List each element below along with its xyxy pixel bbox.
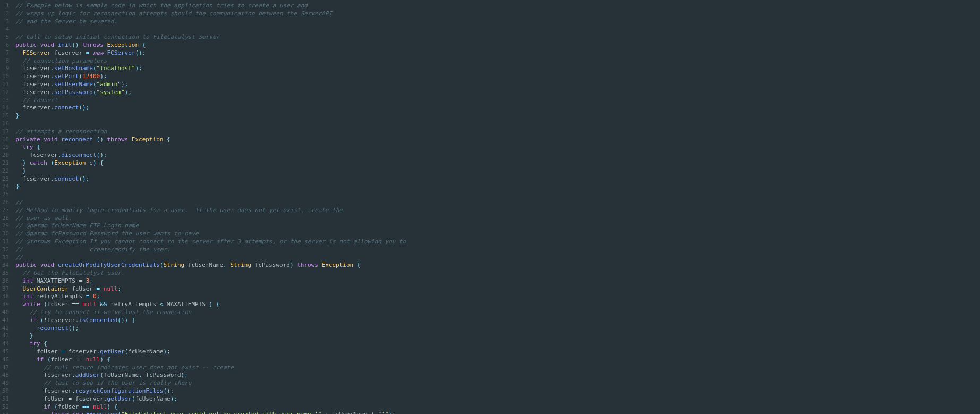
line-number: 10 — [0, 73, 11, 81]
code-line[interactable]: fcserver.setHostname("localhost"); — [15, 65, 980, 73]
line-number: 41 — [0, 317, 11, 325]
code-line[interactable]: if (!fcserver.isConnected()) { — [15, 317, 980, 325]
token-bool: null — [82, 301, 97, 308]
code-line[interactable]: // Example below is sample code in which… — [15, 2, 980, 10]
token-cmt: // user as well. — [15, 215, 72, 222]
line-number: 1 — [0, 2, 11, 10]
token-pl — [26, 159, 30, 166]
code-line[interactable]: // test to see if the user is really the… — [15, 379, 980, 387]
code-line[interactable]: } catch (Exception e) { — [15, 159, 980, 167]
code-line[interactable]: fcserver.setPort(12400); — [15, 73, 980, 81]
code-line[interactable]: } — [15, 112, 980, 120]
code-line[interactable]: reconnect(); — [15, 325, 980, 333]
code-line[interactable]: // create/modify the user. — [15, 246, 980, 254]
code-line[interactable]: try { — [15, 143, 980, 151]
code-line[interactable]: // Call to setup initial connection to F… — [15, 33, 980, 41]
code-line[interactable]: while (fcUser == null && retryAttempts <… — [15, 301, 980, 309]
code-line[interactable]: fcserver.connect(); — [15, 175, 980, 183]
line-number: 52 — [0, 403, 11, 411]
code-line[interactable]: fcserver.setUserName("admin"); — [15, 81, 980, 89]
token-fn: Exception — [86, 411, 118, 414]
code-line[interactable]: int MAXATTEMPTS = 3; — [15, 277, 980, 285]
token-ty: FCServer — [23, 49, 51, 56]
token-op: () — [97, 136, 104, 143]
code-line[interactable]: // null return indicates user does not e… — [15, 364, 980, 372]
code-line[interactable]: } — [15, 332, 980, 340]
token-pl — [37, 317, 40, 324]
code-line[interactable]: public void createOrModifyUserCredential… — [15, 261, 980, 269]
token-cmt: // attempts a reconnection — [15, 128, 107, 135]
token-pl — [212, 301, 216, 308]
code-line[interactable]: // try to connect if we've lost the conn… — [15, 309, 980, 317]
code-line[interactable]: UserContainer fcUser = null; — [15, 285, 980, 293]
code-line[interactable]: // connection parameters — [15, 57, 980, 65]
token-bool: null — [93, 403, 107, 410]
code-line[interactable]: int retryAttempts = 0; — [15, 293, 980, 301]
token-op: (); — [163, 387, 174, 394]
token-op: } — [23, 167, 27, 174]
code-line[interactable]: // @throws Exception If you cannot conne… — [15, 238, 980, 246]
code-editor[interactable]: 1234567891011121314151617181920212223242… — [0, 0, 980, 414]
code-line[interactable]: fcserver.connect(); — [15, 104, 980, 112]
code-line[interactable]: // Get the FileCatalyst user. — [15, 269, 980, 277]
code-line[interactable]: fcserver.addUser(fcUserName, fcPassword)… — [15, 371, 980, 379]
token-cmt: // — [15, 199, 22, 206]
token-kw2: new — [72, 411, 82, 414]
line-number: 14 — [0, 104, 11, 112]
token-fn: addUser — [75, 371, 100, 378]
token-op: () — [72, 41, 79, 48]
code-line[interactable]: if (fcUser == null) { — [15, 403, 980, 411]
code-line[interactable]: // attempts a reconnection — [15, 128, 980, 136]
token-fn: init — [58, 41, 72, 48]
token-op: ( — [93, 65, 97, 72]
token-pl: fcserver — [30, 151, 58, 158]
token-op: ( — [47, 356, 51, 363]
code-line[interactable]: public void init() throws Exception { — [15, 41, 980, 49]
code-area[interactable]: // Example below is sample code in which… — [15, 2, 980, 414]
token-op: ); — [135, 65, 142, 72]
line-number: 25 — [0, 191, 11, 199]
token-op: { — [114, 403, 118, 410]
token-fn: resynchConfigurationFiles — [75, 387, 164, 394]
code-line[interactable]: // and the Server be severed. — [15, 18, 980, 26]
line-number: 13 — [0, 97, 11, 105]
token-kw: void — [40, 261, 55, 268]
code-line[interactable]: fcUser = fcserver.getUser(fcUserName); — [15, 395, 980, 403]
token-pl: MAXATTEMPTS — [33, 277, 79, 284]
code-line[interactable]: FCServer fcserver = new FCServer(); — [15, 49, 980, 57]
code-line[interactable]: // @param fcUserName FTP Login name — [15, 222, 980, 230]
code-line[interactable]: private void reconnect () throws Excepti… — [15, 136, 980, 144]
code-line[interactable]: try { — [15, 340, 980, 348]
code-line[interactable]: fcUser = fcserver.getUser(fcUserName); — [15, 348, 980, 356]
line-number: 23 — [0, 175, 11, 183]
code-line[interactable]: // @param fcPassword Password the user w… — [15, 230, 980, 238]
code-line[interactable]: // Method to modify login credentials fo… — [15, 207, 980, 215]
line-number: 12 — [0, 89, 11, 97]
code-line[interactable]: fcserver.resynchConfigurationFiles(); — [15, 387, 980, 395]
token-op: } — [30, 332, 33, 339]
token-ty: Exception — [54, 159, 86, 166]
code-line[interactable]: // wraps up logic for reconnection attem… — [15, 10, 980, 18]
token-cmt: // test to see if the user is really the… — [44, 379, 191, 386]
code-line[interactable]: throw new Exception("FileCatalyst user c… — [15, 411, 980, 414]
code-line[interactable] — [15, 191, 980, 199]
code-line[interactable] — [15, 120, 980, 128]
code-line[interactable]: fcserver.disconnect(); — [15, 151, 980, 159]
token-cmt: // @throws Exception If you cannot conne… — [15, 238, 406, 245]
code-line[interactable] — [15, 26, 980, 33]
code-line[interactable]: // — [15, 254, 980, 262]
code-line[interactable]: fcserver.setPassword("system"); — [15, 89, 980, 97]
line-number: 15 — [0, 112, 11, 120]
code-line[interactable]: } — [15, 183, 980, 191]
line-number: 6 — [0, 41, 11, 49]
token-pl: fcUserName — [329, 411, 371, 414]
token-op: (); — [79, 175, 89, 182]
code-line[interactable]: // — [15, 199, 980, 207]
code-line[interactable]: // user as well. — [15, 215, 980, 223]
token-pl — [139, 41, 142, 48]
line-number: 2 — [0, 10, 11, 18]
code-line[interactable]: } — [15, 167, 980, 175]
code-line[interactable]: if (fcUser == null) { — [15, 356, 980, 364]
code-line[interactable]: // connect — [15, 97, 980, 105]
line-number: 16 — [0, 120, 11, 128]
